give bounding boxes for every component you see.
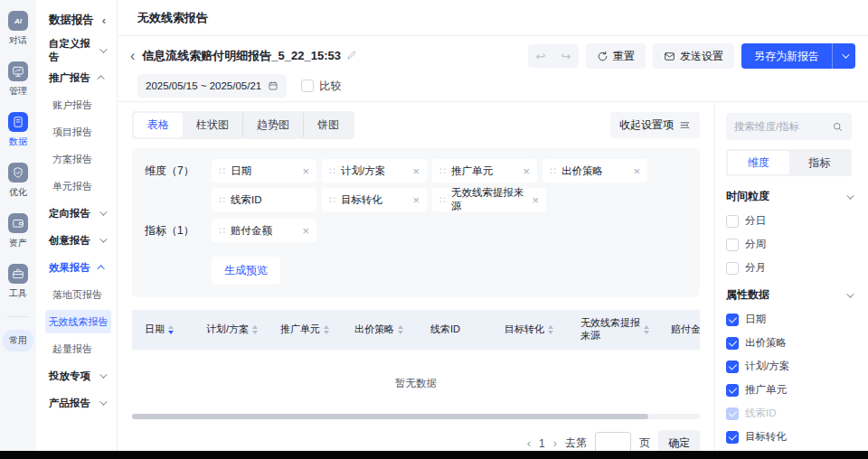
dimension-tag-locked[interactable]: ∷线索ID: [212, 188, 316, 211]
sidebar-group-targeting-report[interactable]: 定向报告: [36, 200, 117, 227]
redo-button[interactable]: ↪: [553, 44, 579, 68]
dimension-tag[interactable]: ∷无效线索提报来源×: [432, 188, 546, 211]
tab-pie-chart[interactable]: 饼图: [303, 113, 353, 137]
column-header-compensation[interactable]: 赔付金额: [671, 323, 700, 336]
reset-button[interactable]: 重置: [586, 43, 646, 69]
sidebar-group-promo-report[interactable]: 推广报告: [36, 64, 117, 91]
search-box[interactable]: [726, 113, 852, 140]
sidebar-item-unit-report[interactable]: 单元报告: [36, 173, 117, 200]
section-time-granularity[interactable]: 时间粒度: [726, 189, 852, 204]
drag-handle-icon[interactable]: ∷: [329, 165, 335, 177]
compare-toggle[interactable]: 比较: [301, 79, 341, 94]
column-header-invalid-lead-source[interactable]: 无效线索提报来源: [580, 317, 671, 342]
dimension-tag[interactable]: ∷推广单元×: [432, 159, 537, 183]
checkbox-item-weekly[interactable]: 分周: [726, 238, 852, 251]
back-icon[interactable]: ‹: [130, 48, 135, 64]
checkbox-checked[interactable]: [726, 337, 739, 350]
tab-trend-chart[interactable]: 趋势图: [242, 113, 303, 137]
sidebar-item-invalid-leads-report[interactable]: 无效线索报告: [45, 310, 111, 333]
sidebar-collapse-icon[interactable]: ‹: [102, 14, 106, 27]
save-dropdown-toggle[interactable]: [832, 43, 855, 69]
checkbox-checked[interactable]: [726, 314, 739, 326]
section-attribute-data[interactable]: 属性数据: [726, 287, 852, 303]
scrollbar-thumb[interactable]: [132, 414, 648, 419]
remove-tag-icon[interactable]: ×: [302, 164, 309, 178]
checkbox-item-date[interactable]: 日期: [726, 313, 852, 326]
search-input[interactable]: [734, 121, 826, 132]
remove-tag-icon[interactable]: ×: [412, 193, 420, 207]
remove-tag-icon[interactable]: ×: [302, 224, 309, 238]
collapse-settings-button[interactable]: 收起设置项: [610, 112, 700, 138]
dimension-label: 维度（7）: [145, 159, 212, 211]
checkbox[interactable]: [726, 239, 739, 251]
next-page-button[interactable]: ›: [553, 436, 557, 450]
sidebar-item-volume-report[interactable]: 起量报告: [36, 335, 117, 362]
drag-handle-icon[interactable]: ∷: [439, 194, 446, 206]
remove-tag-icon[interactable]: ×: [532, 193, 539, 207]
sidebar-group-creative-report[interactable]: 创意报告: [36, 227, 117, 254]
checkbox-item-unit[interactable]: 推广单元: [726, 383, 852, 397]
rail-item-tools[interactable]: 工具: [8, 264, 28, 300]
rail-item-optimize[interactable]: 优化: [8, 163, 28, 199]
checkbox-checked[interactable]: [726, 384, 739, 397]
checkbox-checked[interactable]: [726, 431, 739, 444]
checkbox-checked[interactable]: [726, 361, 739, 373]
sidebar-group-delivery-special[interactable]: 投放专项: [36, 362, 117, 389]
sidebar-item-plan-report[interactable]: 方案报告: [36, 145, 117, 173]
sidebar-group-product-report[interactable]: 产品报告: [36, 389, 117, 417]
sidebar-group-effect-report[interactable]: 效果报告: [36, 254, 117, 281]
tab-bar-chart[interactable]: 柱状图: [183, 113, 242, 137]
metric-tag[interactable]: ∷赔付金额×: [212, 219, 316, 242]
checkbox-item-daily[interactable]: 分日: [726, 214, 852, 228]
sidebar-item-account-report[interactable]: 账户报告: [36, 91, 117, 118]
checkbox-item-bid-strategy[interactable]: 出价策略: [726, 336, 852, 350]
drag-handle-icon[interactable]: ∷: [219, 165, 225, 177]
column-header-date[interactable]: 日期: [132, 323, 206, 336]
column-header-bid-strategy[interactable]: 出价策略: [354, 323, 430, 336]
sidebar-item-landing-report[interactable]: 落地页报告: [36, 281, 117, 308]
drag-handle-icon[interactable]: ∷: [439, 165, 446, 177]
checkbox-item-monthly[interactable]: 分月: [726, 261, 852, 275]
tab-metrics[interactable]: 指标: [789, 151, 851, 174]
date-range-picker[interactable]: 2025/05/15 ~ 2025/05/21: [137, 74, 287, 98]
rail-item-manage[interactable]: 管理: [8, 61, 28, 98]
drag-handle-icon[interactable]: ∷: [550, 165, 556, 177]
dimension-tag[interactable]: ∷出价策略×: [542, 159, 647, 183]
drag-handle-icon[interactable]: ∷: [219, 225, 225, 237]
generate-preview-button[interactable]: 生成预览: [212, 257, 280, 285]
save-as-new-report-button[interactable]: 另存为新报告: [741, 43, 855, 69]
remove-tag-icon[interactable]: ×: [412, 164, 420, 178]
tab-table[interactable]: 表格: [134, 113, 183, 137]
sidebar-group-custom-report[interactable]: 自定义报告: [36, 37, 117, 64]
column-header-target-conversion[interactable]: 目标转化: [505, 323, 580, 336]
tab-dimensions[interactable]: 维度: [728, 151, 789, 174]
sidebar-item-project-report[interactable]: 项目报告: [36, 118, 117, 145]
goto-suffix: 页: [639, 436, 650, 451]
checkbox-item-target-conversion[interactable]: 目标转化: [726, 430, 852, 444]
checkbox[interactable]: [726, 262, 739, 275]
sort-icon: [252, 325, 258, 334]
dimension-tag[interactable]: ∷日期×: [212, 159, 316, 183]
undo-button[interactable]: ↩: [528, 44, 553, 68]
edit-pencil-icon[interactable]: [346, 50, 357, 63]
send-settings-button[interactable]: 发送设置: [653, 43, 734, 69]
drag-handle-icon[interactable]: ∷: [219, 194, 225, 206]
remove-tag-icon[interactable]: ×: [633, 164, 640, 178]
checkbox[interactable]: [726, 215, 739, 228]
compare-checkbox[interactable]: [301, 80, 314, 92]
remove-tag-icon[interactable]: ×: [523, 164, 530, 178]
dimension-tag[interactable]: ∷目标转化×: [322, 188, 427, 211]
drag-handle-icon[interactable]: ∷: [329, 194, 335, 206]
rail-item-data[interactable]: 数据: [8, 112, 28, 148]
column-header-unit[interactable]: 推广单元: [280, 323, 354, 336]
rail-item-chat[interactable]: AI 对话: [8, 11, 28, 47]
toolbox-icon: [8, 264, 28, 284]
prev-page-button[interactable]: ‹: [527, 436, 531, 450]
checkbox-item-plan[interactable]: 计划/方案: [726, 360, 852, 373]
current-page[interactable]: 1: [539, 437, 545, 450]
dimension-tag[interactable]: ∷计划/方案×: [322, 159, 427, 183]
rail-badge-frequent[interactable]: 常用: [3, 330, 33, 351]
rail-item-assets[interactable]: 资产: [8, 213, 28, 249]
chevron-up-icon: [97, 265, 104, 272]
column-header-plan[interactable]: 计划/方案: [206, 323, 280, 336]
